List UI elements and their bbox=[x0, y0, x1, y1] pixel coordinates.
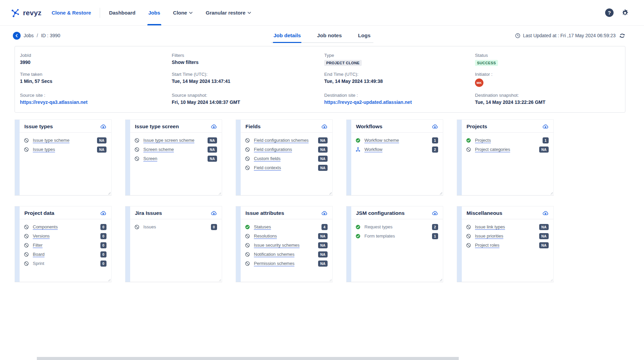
card-header: Issue type screen bbox=[130, 120, 222, 133]
refresh-icon[interactable] bbox=[619, 32, 625, 39]
card-issue-attributes: Issue attributesStatuses4ResolutionsNAIs… bbox=[236, 206, 333, 282]
job-field-source-snapshot: Source snapshot:Fri, 10 May 2024 14:08:3… bbox=[172, 93, 324, 105]
card-row-issue-type-screen-scheme: Issue type screen schemeNA bbox=[134, 136, 217, 145]
show-filters-button[interactable]: Show filters bbox=[172, 60, 324, 65]
count-badge: 1 bbox=[432, 137, 438, 143]
status-badge: SUCCESS bbox=[475, 60, 498, 66]
nav-item-dashboard[interactable]: Dashboard bbox=[109, 0, 135, 25]
cloud-restore-icon[interactable] bbox=[100, 124, 106, 129]
breadcrumb-current: ID : 3990 bbox=[41, 33, 60, 38]
blocked-icon bbox=[24, 233, 29, 239]
nav-item-jobs[interactable]: Jobs bbox=[148, 0, 160, 25]
card-item-link[interactable]: Screen scheme bbox=[143, 147, 174, 152]
field-label: Initiator : bbox=[475, 72, 625, 77]
card-accent-stripe bbox=[125, 120, 130, 195]
card-title: Workflows bbox=[356, 123, 382, 130]
card-item-link[interactable]: Field contexts bbox=[254, 165, 281, 170]
card-item-link[interactable]: Screen bbox=[143, 156, 157, 161]
cloud-restore-icon[interactable] bbox=[542, 124, 549, 129]
card-item-link[interactable]: Issue types bbox=[33, 147, 55, 152]
blocked-icon bbox=[245, 261, 251, 266]
count-badge: NA bbox=[318, 137, 328, 143]
card-header: Workflows bbox=[351, 120, 443, 133]
gear-icon[interactable] bbox=[621, 9, 629, 17]
card-item-link[interactable]: Projects bbox=[475, 138, 491, 143]
card-item-link[interactable]: Statuses bbox=[254, 224, 271, 229]
back-button[interactable] bbox=[13, 32, 21, 40]
card-header: Fields bbox=[241, 120, 332, 133]
blocked-icon bbox=[24, 243, 29, 248]
count-badge: NA bbox=[539, 224, 549, 230]
job-field-source-site: Source site :https://revyz-qa3.atlassian… bbox=[20, 93, 172, 105]
count-badge: 0 bbox=[100, 261, 106, 267]
card-title: Jira Issues bbox=[135, 210, 162, 216]
card-item-link[interactable]: Issue security schemes bbox=[254, 243, 300, 248]
card-item-link[interactable]: Custom fields bbox=[254, 156, 281, 161]
blocked-icon bbox=[245, 252, 251, 257]
horizontal-scrollbar[interactable] bbox=[37, 357, 459, 360]
site-link[interactable]: https://revyz-qa3.atlassian.net bbox=[20, 99, 172, 105]
card-item-link[interactable]: Issue type scheme bbox=[33, 138, 69, 143]
count-badge: 1 bbox=[543, 137, 549, 143]
revyz-logo[interactable]: revyz bbox=[10, 8, 42, 18]
card-issue-type-screen: Issue type screenIssue type screen schem… bbox=[125, 119, 222, 196]
check-icon bbox=[355, 233, 361, 239]
count-badge: NA bbox=[539, 233, 549, 239]
cloud-restore-icon[interactable] bbox=[542, 210, 549, 216]
nav-item-clone[interactable]: Clone bbox=[173, 0, 193, 25]
card-row-screen: ScreenNA bbox=[134, 154, 217, 163]
card-item-link[interactable]: Field configurations bbox=[254, 147, 292, 152]
card-item-link[interactable]: Workflow scheme bbox=[364, 138, 399, 143]
cloud-restore-icon[interactable] bbox=[432, 124, 438, 129]
card-row-resolutions: ResolutionsNA bbox=[245, 231, 328, 241]
cloud-restore-icon[interactable] bbox=[100, 210, 106, 216]
card-title: Issue type screen bbox=[135, 123, 179, 130]
card-item-link[interactable]: Components bbox=[33, 224, 58, 229]
card-item-link[interactable]: Field configuration schemes bbox=[254, 138, 309, 143]
initiator-avatar[interactable]: MK bbox=[475, 78, 483, 87]
card-title: JSM configurations bbox=[356, 210, 405, 216]
card-item-link[interactable]: Notification schemes bbox=[254, 252, 294, 257]
brand-name: revyz bbox=[23, 9, 42, 17]
card-item-link[interactable]: Versions bbox=[33, 233, 50, 239]
card-item-link[interactable]: Workflow bbox=[364, 147, 382, 152]
tab-job-details[interactable]: Job details bbox=[273, 30, 302, 43]
cloud-restore-icon[interactable] bbox=[321, 210, 328, 216]
card-item-link[interactable]: Project categories bbox=[475, 147, 510, 152]
cloud-restore-icon[interactable] bbox=[211, 124, 217, 129]
card-row-board: Board0 bbox=[24, 250, 106, 259]
card-item-link[interactable]: Issue priorities bbox=[475, 233, 503, 239]
card-item-link[interactable]: Issue link types bbox=[475, 224, 505, 229]
cloud-restore-icon[interactable] bbox=[321, 124, 328, 129]
field-label: End Time (UTC): bbox=[324, 72, 475, 77]
count-badge: NA bbox=[208, 137, 217, 143]
count-badge: NA bbox=[318, 251, 328, 257]
card-item-link[interactable]: Board bbox=[33, 252, 45, 257]
card-projects: ProjectsProjects1Project categoriesNA bbox=[457, 119, 554, 196]
field-label: Type bbox=[324, 53, 475, 58]
cloud-restore-icon[interactable] bbox=[432, 210, 438, 216]
field-label: Destination snapshot: bbox=[475, 93, 625, 98]
tab-job-notes[interactable]: Job notes bbox=[316, 30, 342, 42]
last-updated-text: Last Updated at : Fri ,17 May 2024 06:59… bbox=[523, 33, 616, 38]
cloud-restore-icon[interactable] bbox=[211, 210, 217, 216]
help-icon[interactable]: ? bbox=[605, 8, 614, 17]
card-item-link[interactable]: Resolutions bbox=[254, 233, 277, 239]
nav-divider bbox=[100, 8, 100, 18]
product-name: Clone & Restore bbox=[52, 10, 91, 16]
nav-item-granular-restore[interactable]: Granular restore bbox=[206, 0, 251, 25]
card-item-link[interactable]: Permission schemes bbox=[254, 261, 294, 266]
blocked-icon bbox=[24, 147, 29, 152]
blocked-icon bbox=[245, 233, 251, 239]
count-badge: NA bbox=[318, 233, 328, 239]
count-badge: NA bbox=[208, 147, 217, 153]
chevron-down-icon bbox=[189, 12, 193, 14]
nav-item-label: Clone bbox=[173, 10, 187, 16]
site-link[interactable]: https://revyz-qa2-updated.atlassian.net bbox=[324, 99, 475, 105]
breadcrumb-jobs-link[interactable]: Jobs bbox=[24, 33, 34, 38]
card-item-link[interactable]: Issue type screen scheme bbox=[143, 138, 194, 143]
tab-logs[interactable]: Logs bbox=[357, 30, 371, 42]
card-item-link[interactable]: Filter bbox=[33, 243, 43, 248]
card-item-link[interactable]: Project roles bbox=[475, 243, 499, 248]
card-row-project-categories: Project categoriesNA bbox=[466, 145, 549, 154]
